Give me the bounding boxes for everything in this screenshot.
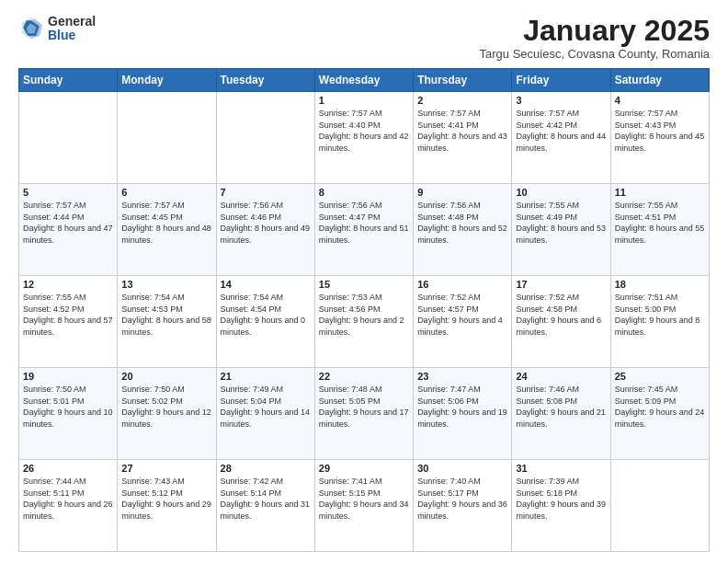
calendar-day-cell: 18 Sunrise: 7:51 AMSunset: 5:00 PMDaylig…	[610, 276, 709, 368]
day-info: Sunrise: 7:47 AMSunset: 5:06 PMDaylight:…	[417, 385, 507, 429]
calendar-day-cell	[610, 460, 709, 552]
day-info: Sunrise: 7:56 AMSunset: 4:47 PMDaylight:…	[319, 201, 409, 245]
calendar-day-cell: 9 Sunrise: 7:56 AMSunset: 4:48 PMDayligh…	[414, 184, 512, 276]
calendar-day-cell: 26 Sunrise: 7:44 AMSunset: 5:11 PMDaylig…	[19, 460, 118, 552]
day-number: 25	[615, 371, 705, 382]
day-number: 20	[121, 371, 211, 382]
calendar-day-cell: 10 Sunrise: 7:55 AMSunset: 4:49 PMDaylig…	[512, 184, 610, 276]
calendar-day-cell	[118, 92, 216, 184]
calendar-day-header: Friday	[512, 69, 610, 92]
day-info: Sunrise: 7:54 AMSunset: 4:53 PMDaylight:…	[121, 293, 211, 337]
day-number: 19	[23, 371, 113, 382]
calendar-day-header: Sunday	[19, 69, 118, 92]
day-info: Sunrise: 7:45 AMSunset: 5:09 PMDaylight:…	[615, 385, 705, 429]
day-info: Sunrise: 7:50 AMSunset: 5:01 PMDaylight:…	[23, 385, 113, 429]
day-info: Sunrise: 7:56 AMSunset: 4:48 PMDaylight:…	[417, 201, 507, 245]
logo-text: General Blue	[48, 15, 96, 43]
calendar-day-cell	[216, 92, 314, 184]
calendar-day-header: Tuesday	[216, 69, 314, 92]
day-number: 23	[417, 371, 507, 382]
calendar-day-cell: 15 Sunrise: 7:53 AMSunset: 4:56 PMDaylig…	[314, 276, 413, 368]
calendar-day-cell: 11 Sunrise: 7:55 AMSunset: 4:51 PMDaylig…	[610, 184, 709, 276]
day-number: 12	[23, 279, 113, 290]
day-info: Sunrise: 7:57 AMSunset: 4:41 PMDaylight:…	[417, 109, 507, 153]
page-subtitle: Targu Secuiesc, Covasna County, Romania	[480, 47, 711, 61]
day-info: Sunrise: 7:39 AMSunset: 5:18 PMDaylight:…	[516, 477, 606, 521]
calendar-week-row: 1 Sunrise: 7:57 AMSunset: 4:40 PMDayligh…	[19, 92, 710, 184]
calendar-day-cell	[19, 92, 118, 184]
calendar-day-cell: 29 Sunrise: 7:41 AMSunset: 5:15 PMDaylig…	[314, 460, 413, 552]
logo-blue: Blue	[48, 29, 96, 42]
calendar-day-header: Thursday	[414, 69, 512, 92]
day-info: Sunrise: 7:57 AMSunset: 4:42 PMDaylight:…	[516, 109, 606, 153]
title-block: January 2025 Targu Secuiesc, Covasna Cou…	[480, 15, 711, 61]
day-info: Sunrise: 7:53 AMSunset: 4:56 PMDaylight:…	[319, 293, 404, 337]
day-number: 27	[121, 463, 211, 474]
day-info: Sunrise: 7:43 AMSunset: 5:12 PMDaylight:…	[121, 477, 211, 521]
calendar-week-row: 12 Sunrise: 7:55 AMSunset: 4:52 PMDaylig…	[19, 276, 710, 368]
calendar-day-cell: 22 Sunrise: 7:48 AMSunset: 5:05 PMDaylig…	[314, 368, 413, 460]
day-number: 2	[417, 95, 507, 106]
day-number: 17	[516, 279, 606, 290]
day-info: Sunrise: 7:42 AMSunset: 5:14 PMDaylight:…	[221, 477, 311, 521]
day-number: 7	[221, 187, 311, 198]
day-number: 16	[417, 279, 507, 290]
calendar-day-cell: 2 Sunrise: 7:57 AMSunset: 4:41 PMDayligh…	[414, 92, 512, 184]
calendar-week-row: 19 Sunrise: 7:50 AMSunset: 5:01 PMDaylig…	[19, 368, 710, 460]
calendar-table: SundayMondayTuesdayWednesdayThursdayFrid…	[18, 68, 710, 552]
logo-icon	[18, 16, 44, 41]
day-info: Sunrise: 7:54 AMSunset: 4:54 PMDaylight:…	[221, 293, 306, 337]
day-info: Sunrise: 7:52 AMSunset: 4:57 PMDaylight:…	[417, 293, 503, 337]
day-number: 22	[319, 371, 409, 382]
day-info: Sunrise: 7:50 AMSunset: 5:02 PMDaylight:…	[121, 385, 211, 429]
calendar-day-cell: 30 Sunrise: 7:40 AMSunset: 5:17 PMDaylig…	[414, 460, 512, 552]
page: General Blue January 2025 Targu Secuiesc…	[0, 0, 728, 563]
calendar-day-cell: 3 Sunrise: 7:57 AMSunset: 4:42 PMDayligh…	[512, 92, 610, 184]
day-number: 8	[319, 187, 409, 198]
calendar-day-cell: 31 Sunrise: 7:39 AMSunset: 5:18 PMDaylig…	[512, 460, 610, 552]
day-number: 21	[221, 371, 311, 382]
day-info: Sunrise: 7:57 AMSunset: 4:43 PMDaylight:…	[615, 109, 705, 153]
day-number: 11	[615, 187, 705, 198]
day-number: 26	[23, 463, 113, 474]
calendar-day-header: Saturday	[610, 69, 709, 92]
day-number: 10	[516, 187, 606, 198]
calendar-day-cell: 1 Sunrise: 7:57 AMSunset: 4:40 PMDayligh…	[314, 92, 413, 184]
day-info: Sunrise: 7:52 AMSunset: 4:58 PMDaylight:…	[516, 293, 601, 337]
page-title: January 2025	[480, 15, 711, 47]
day-info: Sunrise: 7:48 AMSunset: 5:05 PMDaylight:…	[319, 385, 409, 429]
header: General Blue January 2025 Targu Secuiesc…	[18, 15, 710, 61]
calendar-day-cell: 27 Sunrise: 7:43 AMSunset: 5:12 PMDaylig…	[118, 460, 216, 552]
day-info: Sunrise: 7:55 AMSunset: 4:52 PMDaylight:…	[23, 293, 113, 337]
logo: General Blue	[18, 15, 96, 43]
day-info: Sunrise: 7:56 AMSunset: 4:46 PMDaylight:…	[221, 201, 311, 245]
calendar-day-cell: 4 Sunrise: 7:57 AMSunset: 4:43 PMDayligh…	[610, 92, 709, 184]
calendar-day-cell: 5 Sunrise: 7:57 AMSunset: 4:44 PMDayligh…	[19, 184, 118, 276]
calendar-day-cell: 19 Sunrise: 7:50 AMSunset: 5:01 PMDaylig…	[19, 368, 118, 460]
calendar-day-cell: 24 Sunrise: 7:46 AMSunset: 5:08 PMDaylig…	[512, 368, 610, 460]
calendar-day-cell: 20 Sunrise: 7:50 AMSunset: 5:02 PMDaylig…	[118, 368, 216, 460]
calendar-day-cell: 23 Sunrise: 7:47 AMSunset: 5:06 PMDaylig…	[414, 368, 512, 460]
day-info: Sunrise: 7:41 AMSunset: 5:15 PMDaylight:…	[319, 477, 409, 521]
calendar-day-cell: 14 Sunrise: 7:54 AMSunset: 4:54 PMDaylig…	[216, 276, 314, 368]
calendar-day-cell: 28 Sunrise: 7:42 AMSunset: 5:14 PMDaylig…	[216, 460, 314, 552]
day-info: Sunrise: 7:46 AMSunset: 5:08 PMDaylight:…	[516, 385, 606, 429]
day-number: 24	[516, 371, 606, 382]
day-number: 1	[319, 95, 409, 106]
day-info: Sunrise: 7:49 AMSunset: 5:04 PMDaylight:…	[221, 385, 311, 429]
day-number: 14	[221, 279, 311, 290]
logo-general: General	[48, 15, 96, 29]
day-number: 28	[221, 463, 311, 474]
calendar-header-row: SundayMondayTuesdayWednesdayThursdayFrid…	[19, 69, 710, 92]
day-info: Sunrise: 7:44 AMSunset: 5:11 PMDaylight:…	[23, 477, 113, 521]
day-info: Sunrise: 7:57 AMSunset: 4:45 PMDaylight:…	[121, 201, 211, 245]
calendar-day-cell: 6 Sunrise: 7:57 AMSunset: 4:45 PMDayligh…	[118, 184, 216, 276]
calendar-day-cell: 16 Sunrise: 7:52 AMSunset: 4:57 PMDaylig…	[414, 276, 512, 368]
day-number: 9	[417, 187, 507, 198]
calendar-day-cell: 7 Sunrise: 7:56 AMSunset: 4:46 PMDayligh…	[216, 184, 314, 276]
day-info: Sunrise: 7:51 AMSunset: 5:00 PMDaylight:…	[615, 293, 700, 337]
day-info: Sunrise: 7:55 AMSunset: 4:51 PMDaylight:…	[615, 201, 705, 245]
day-info: Sunrise: 7:40 AMSunset: 5:17 PMDaylight:…	[417, 477, 507, 521]
day-number: 31	[516, 463, 606, 474]
day-number: 13	[121, 279, 211, 290]
